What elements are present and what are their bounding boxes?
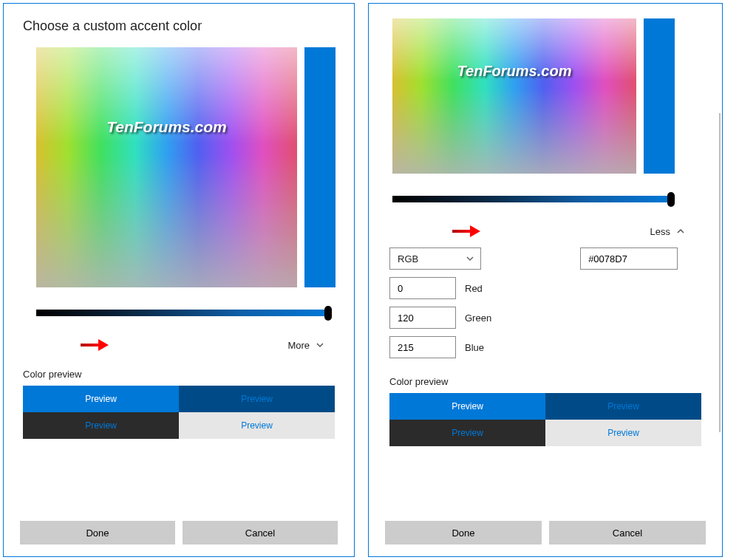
scrollbar[interactable] xyxy=(719,113,721,432)
value-slider[interactable] xyxy=(36,310,329,320)
expand-toggle-label: More xyxy=(287,340,310,351)
hex-input[interactable] xyxy=(580,247,678,270)
color-field[interactable]: TenForums.com xyxy=(36,47,297,287)
chevron-down-icon xyxy=(466,254,474,263)
red-label: Red xyxy=(465,283,483,294)
preview-cell-accent: Preview xyxy=(389,393,545,420)
collapse-toggle[interactable]: Less xyxy=(381,225,685,237)
color-picker-dialog-collapsed: Choose a custom accent color TenForums.c… xyxy=(3,3,355,557)
green-input[interactable] xyxy=(389,307,456,329)
preview-cell-darkblue: Preview xyxy=(179,386,335,412)
preview-cell-darkblue: Preview xyxy=(545,393,701,420)
value-slider-track xyxy=(392,196,672,202)
color-preview-grid: Preview Preview Preview Preview xyxy=(389,393,701,446)
watermark-text: TenForums.com xyxy=(106,118,227,136)
selected-color-swatch xyxy=(304,47,336,287)
preview-cell-light: Preview xyxy=(179,412,335,439)
chevron-up-icon xyxy=(676,227,685,236)
preview-section-label: Color preview xyxy=(389,376,710,387)
preview-cell-dark: Preview xyxy=(23,412,179,439)
watermark-text: TenForums.com xyxy=(457,63,572,80)
value-slider-track xyxy=(36,310,329,316)
annotation-arrow xyxy=(81,339,112,351)
preview-cell-dark: Preview xyxy=(389,420,545,446)
preview-cell-accent: Preview xyxy=(23,386,179,412)
red-input[interactable] xyxy=(389,277,456,299)
selected-color-swatch xyxy=(644,18,675,174)
color-model-select[interactable]: RGB xyxy=(389,247,481,270)
blue-input[interactable] xyxy=(389,336,456,358)
green-label: Green xyxy=(465,313,491,324)
annotation-arrow xyxy=(452,225,483,237)
chevron-down-icon xyxy=(316,341,324,349)
color-preview-grid: Preview Preview Preview Preview xyxy=(23,386,335,439)
blue-label: Blue xyxy=(465,342,484,353)
collapse-toggle-label: Less xyxy=(650,226,670,237)
dialog-title: Choose a custom accent color xyxy=(23,18,342,34)
value-slider-thumb[interactable] xyxy=(324,306,332,321)
color-model-value: RGB xyxy=(398,253,418,264)
value-slider[interactable] xyxy=(392,196,672,206)
cancel-button[interactable]: Cancel xyxy=(183,521,338,544)
color-picker-dialog-expanded: TenForums.com Less RGB Red xyxy=(368,3,723,557)
done-button[interactable]: Done xyxy=(385,521,542,544)
cancel-button[interactable]: Cancel xyxy=(549,521,706,544)
color-field[interactable]: TenForums.com xyxy=(392,18,636,174)
expand-toggle[interactable]: More xyxy=(16,339,324,351)
done-button[interactable]: Done xyxy=(20,521,175,544)
preview-cell-light: Preview xyxy=(545,420,701,446)
preview-section-label: Color preview xyxy=(23,369,342,380)
value-slider-thumb[interactable] xyxy=(667,192,675,207)
